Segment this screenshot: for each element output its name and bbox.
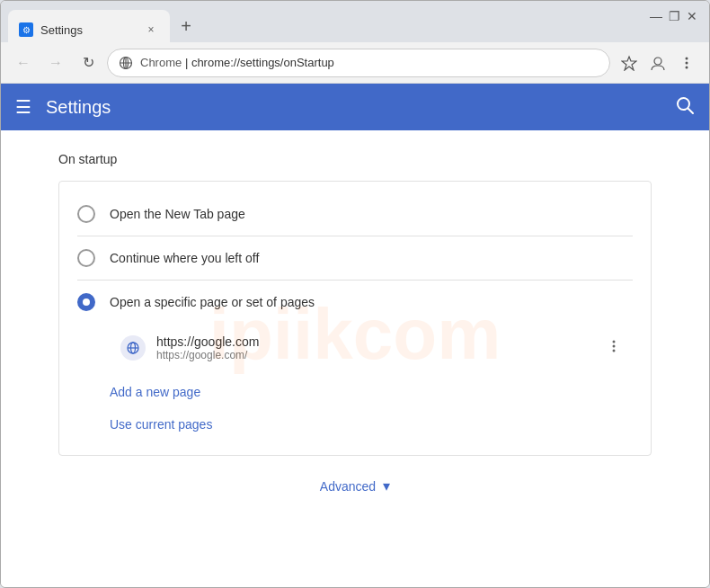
startup-options-card: Open the New Tab page Continue where you… [58,181,652,456]
tab-close-button[interactable]: × [143,22,159,38]
back-icon: ← [16,55,31,71]
window-controls: — ❐ ✕ [650,10,698,22]
address-bar-icon [119,56,133,70]
page-entry: https://google.com https://google.com/ [110,327,633,369]
svg-point-7 [686,61,688,64]
svg-point-5 [654,58,661,65]
svg-point-16 [613,349,616,352]
svg-point-15 [613,344,616,347]
settings-search-button[interactable] [675,95,695,120]
hamburger-menu-button[interactable]: ☰ [15,96,31,118]
page-entry-url-main: https://google.com [156,334,595,349]
more-vert-icon [679,55,695,71]
advanced-arrow-icon: ▾ [383,477,390,494]
title-bar: ⚙ Settings × + — ❐ ✕ [1,1,709,42]
profile-icon [650,55,666,71]
page-entry-more-button[interactable] [606,338,622,359]
settings-content: ipiikcom On startup Open the New Tab pag… [1,130,709,587]
svg-line-10 [688,108,694,113]
address-bar[interactable]: Chrome | chrome://settings/onStartup [107,49,610,77]
forward-button[interactable]: → [42,49,69,76]
radio-specific[interactable] [77,293,95,311]
advanced-label: Advanced [320,479,376,494]
radio-continue[interactable] [77,249,95,267]
add-new-page-button[interactable]: Add a new page [77,376,633,408]
active-tab[interactable]: ⚙ Settings × [8,10,170,42]
settings-favicon-icon: ⚙ [22,25,31,35]
bookmark-button[interactable] [616,49,643,76]
browser-window: ⚙ Settings × + — ❐ ✕ ← → ↻ [0,0,710,588]
use-current-pages-button[interactable]: Use current pages [77,408,633,441]
new-tab-button[interactable]: + [173,13,199,39]
close-button[interactable]: ✕ [686,10,698,22]
menu-button[interactable] [673,49,700,76]
minimize-button[interactable]: — [650,10,662,22]
page-entry-texts: https://google.com https://google.com/ [156,334,595,361]
reload-button[interactable]: ↻ [75,49,102,76]
radio-option-continue[interactable]: Continue where you left off [77,240,633,276]
settings-inner: On startup Open the New Tab page Continu… [40,152,670,516]
content-area: ☰ Settings ipiikcom On startup [1,84,709,587]
divider-2 [77,280,633,281]
search-icon [675,95,695,115]
profile-button[interactable] [644,49,671,76]
tab-title: Settings [40,23,136,37]
radio-specific-label: Open a specific page or set of pages [110,295,315,309]
svg-marker-4 [622,57,636,70]
svg-point-6 [686,57,688,59]
svg-point-8 [686,66,688,68]
forward-icon: → [49,55,63,71]
radio-option-new-tab[interactable]: Open the New Tab page [77,196,633,232]
advanced-section[interactable]: Advanced ▾ [58,456,652,516]
settings-header: ☰ Settings [1,84,709,130]
page-entry-url-sub: https://google.com/ [156,349,595,361]
address-text: Chrome | chrome://settings/onStartup [140,56,599,69]
maximize-button[interactable]: ❐ [668,10,680,22]
tab-favicon: ⚙ [19,22,33,37]
more-vert-entry-icon [606,338,622,354]
star-icon [621,55,637,71]
back-button[interactable]: ← [10,49,37,76]
radio-option-specific[interactable]: Open a specific page or set of pages [77,284,633,320]
nav-bar: ← → ↻ Chrome | chrome://settings/onStart… [1,42,709,84]
radio-new-tab-label: Open the New Tab page [110,207,245,221]
page-entries: https://google.com https://google.com/ [110,327,633,369]
nav-right-icons [616,49,700,76]
divider-1 [77,236,633,236]
globe-icon [126,341,140,355]
svg-point-14 [613,340,616,343]
settings-page-title: Settings [46,97,111,118]
settings-header-left: ☰ Settings [15,96,111,118]
radio-new-tab[interactable] [77,205,95,223]
reload-icon: ↻ [83,54,94,71]
on-startup-section-title: On startup [58,152,652,166]
radio-continue-label: Continue where you left off [110,251,259,265]
page-entry-favicon [120,335,146,361]
